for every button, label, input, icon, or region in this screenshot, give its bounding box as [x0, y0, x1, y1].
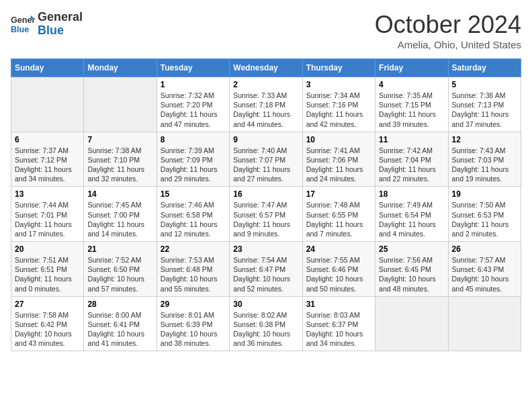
calendar-cell: 19Sunrise: 7:50 AM Sunset: 6:53 PM Dayli…: [448, 187, 521, 242]
day-number: 22: [161, 244, 226, 254]
day-info: Sunrise: 7:42 AM Sunset: 7:04 PM Dayligh…: [379, 146, 444, 184]
week-row: 6Sunrise: 7:37 AM Sunset: 7:12 PM Daylig…: [11, 132, 521, 187]
week-row: 13Sunrise: 7:44 AM Sunset: 7:01 PM Dayli…: [11, 187, 521, 242]
day-number: 7: [87, 135, 152, 144]
title-block: October 2024 Amelia, Ohio, United States: [375, 11, 521, 50]
calendar-cell: 22Sunrise: 7:53 AM Sunset: 6:48 PM Dayli…: [157, 242, 229, 297]
day-header: Sunday: [11, 59, 84, 77]
day-number: 12: [452, 135, 517, 144]
day-number: 6: [15, 135, 80, 144]
calendar-cell: 25Sunrise: 7:56 AM Sunset: 6:45 PM Dayli…: [375, 242, 448, 297]
calendar-body: 1Sunrise: 7:32 AM Sunset: 7:20 PM Daylig…: [11, 77, 521, 351]
day-header: Friday: [375, 59, 448, 77]
week-row: 27Sunrise: 7:58 AM Sunset: 6:42 PM Dayli…: [11, 296, 521, 351]
calendar-cell: 26Sunrise: 7:57 AM Sunset: 6:43 PM Dayli…: [448, 242, 521, 297]
logo-text: General Blue: [38, 11, 83, 38]
day-info: Sunrise: 7:47 AM Sunset: 6:57 PM Dayligh…: [233, 200, 298, 238]
day-number: 10: [306, 135, 371, 144]
calendar-cell: 10Sunrise: 7:41 AM Sunset: 7:06 PM Dayli…: [302, 132, 375, 187]
logo-icon: General Blue: [11, 12, 35, 36]
calendar-cell: 1Sunrise: 7:32 AM Sunset: 7:20 PM Daylig…: [157, 77, 229, 132]
calendar-cell: 14Sunrise: 7:45 AM Sunset: 7:00 PM Dayli…: [84, 187, 157, 242]
logo: General Blue General Blue: [11, 11, 83, 38]
day-info: Sunrise: 7:52 AM Sunset: 6:50 PM Dayligh…: [87, 255, 152, 293]
day-number: 26: [452, 244, 517, 254]
calendar-cell: 31Sunrise: 8:03 AM Sunset: 6:37 PM Dayli…: [302, 296, 375, 351]
day-number: 1: [161, 80, 226, 89]
calendar-cell: 3Sunrise: 7:34 AM Sunset: 7:16 PM Daylig…: [302, 77, 375, 132]
day-number: 3: [306, 80, 371, 89]
page-header: General Blue General Blue October 2024 A…: [11, 11, 521, 50]
day-header: Saturday: [448, 59, 521, 77]
calendar-cell: 20Sunrise: 7:51 AM Sunset: 6:51 PM Dayli…: [11, 242, 84, 297]
day-info: Sunrise: 7:57 AM Sunset: 6:43 PM Dayligh…: [452, 255, 517, 293]
calendar-cell: 21Sunrise: 7:52 AM Sunset: 6:50 PM Dayli…: [84, 242, 157, 297]
day-info: Sunrise: 7:43 AM Sunset: 7:03 PM Dayligh…: [452, 146, 517, 184]
day-info: Sunrise: 7:58 AM Sunset: 6:42 PM Dayligh…: [15, 310, 80, 349]
day-number: 29: [161, 300, 226, 309]
calendar-subtitle: Amelia, Ohio, United States: [375, 39, 521, 50]
day-info: Sunrise: 7:51 AM Sunset: 6:51 PM Dayligh…: [15, 255, 80, 293]
header-row: SundayMondayTuesdayWednesdayThursdayFrid…: [11, 59, 521, 77]
day-info: Sunrise: 8:00 AM Sunset: 6:41 PM Dayligh…: [87, 310, 152, 349]
calendar-cell: 30Sunrise: 8:02 AM Sunset: 6:38 PM Dayli…: [230, 296, 302, 351]
calendar-cell: 2Sunrise: 7:33 AM Sunset: 7:18 PM Daylig…: [230, 77, 302, 132]
calendar-cell: 24Sunrise: 7:55 AM Sunset: 6:46 PM Dayli…: [302, 242, 375, 297]
day-number: 8: [161, 135, 226, 144]
day-info: Sunrise: 7:41 AM Sunset: 7:06 PM Dayligh…: [306, 146, 371, 184]
day-header: Thursday: [302, 59, 375, 77]
day-number: 28: [87, 300, 152, 309]
day-info: Sunrise: 7:44 AM Sunset: 7:01 PM Dayligh…: [15, 200, 80, 238]
day-info: Sunrise: 8:02 AM Sunset: 6:38 PM Dayligh…: [233, 310, 298, 349]
day-info: Sunrise: 7:49 AM Sunset: 6:54 PM Dayligh…: [379, 200, 444, 238]
day-number: 30: [233, 300, 298, 309]
day-number: 9: [233, 135, 298, 144]
calendar-cell: 8Sunrise: 7:39 AM Sunset: 7:09 PM Daylig…: [157, 132, 229, 187]
day-info: Sunrise: 7:39 AM Sunset: 7:09 PM Dayligh…: [161, 146, 226, 184]
svg-text:Blue: Blue: [11, 24, 29, 34]
day-info: Sunrise: 7:32 AM Sunset: 7:20 PM Dayligh…: [161, 91, 226, 129]
day-info: Sunrise: 7:38 AM Sunset: 7:10 PM Dayligh…: [87, 146, 152, 184]
week-row: 20Sunrise: 7:51 AM Sunset: 6:51 PM Dayli…: [11, 242, 521, 297]
day-header: Monday: [84, 59, 157, 77]
calendar-cell: [448, 296, 521, 351]
day-info: Sunrise: 7:56 AM Sunset: 6:45 PM Dayligh…: [379, 255, 444, 293]
day-info: Sunrise: 7:33 AM Sunset: 7:18 PM Dayligh…: [233, 91, 298, 129]
calendar-cell: 28Sunrise: 8:00 AM Sunset: 6:41 PM Dayli…: [84, 296, 157, 351]
day-number: 16: [233, 189, 298, 199]
calendar-title: October 2024: [375, 11, 521, 39]
calendar-cell: 17Sunrise: 7:48 AM Sunset: 6:55 PM Dayli…: [302, 187, 375, 242]
calendar-cell: 12Sunrise: 7:43 AM Sunset: 7:03 PM Dayli…: [448, 132, 521, 187]
day-info: Sunrise: 7:45 AM Sunset: 7:00 PM Dayligh…: [87, 200, 152, 238]
day-number: 17: [306, 189, 371, 199]
calendar-cell: 27Sunrise: 7:58 AM Sunset: 6:42 PM Dayli…: [11, 296, 84, 351]
day-info: Sunrise: 7:40 AM Sunset: 7:07 PM Dayligh…: [233, 146, 298, 184]
day-header: Tuesday: [157, 59, 229, 77]
calendar-cell: 15Sunrise: 7:46 AM Sunset: 6:58 PM Dayli…: [157, 187, 229, 242]
calendar-cell: [375, 296, 448, 351]
day-info: Sunrise: 8:03 AM Sunset: 6:37 PM Dayligh…: [306, 310, 371, 349]
day-number: 20: [15, 244, 80, 254]
day-number: 25: [379, 244, 444, 254]
calendar-cell: 6Sunrise: 7:37 AM Sunset: 7:12 PM Daylig…: [11, 132, 84, 187]
week-row: 1Sunrise: 7:32 AM Sunset: 7:20 PM Daylig…: [11, 77, 521, 132]
day-number: 5: [452, 80, 517, 89]
day-number: 14: [87, 189, 152, 199]
day-number: 23: [233, 244, 298, 254]
day-info: Sunrise: 7:46 AM Sunset: 6:58 PM Dayligh…: [161, 200, 226, 238]
calendar-cell: 29Sunrise: 8:01 AM Sunset: 6:39 PM Dayli…: [157, 296, 229, 351]
day-info: Sunrise: 7:50 AM Sunset: 6:53 PM Dayligh…: [452, 200, 517, 238]
day-info: Sunrise: 7:37 AM Sunset: 7:12 PM Dayligh…: [15, 146, 80, 184]
day-number: 21: [87, 244, 152, 254]
calendar-cell: 5Sunrise: 7:36 AM Sunset: 7:13 PM Daylig…: [448, 77, 521, 132]
day-number: 13: [15, 189, 80, 199]
calendar-cell: 18Sunrise: 7:49 AM Sunset: 6:54 PM Dayli…: [375, 187, 448, 242]
day-number: 11: [379, 135, 444, 144]
day-number: 27: [15, 300, 80, 309]
day-number: 15: [161, 189, 226, 199]
day-number: 2: [233, 80, 298, 89]
calendar-cell: 4Sunrise: 7:35 AM Sunset: 7:15 PM Daylig…: [375, 77, 448, 132]
day-info: Sunrise: 7:34 AM Sunset: 7:16 PM Dayligh…: [306, 91, 371, 129]
day-info: Sunrise: 7:55 AM Sunset: 6:46 PM Dayligh…: [306, 255, 371, 293]
calendar-cell: 13Sunrise: 7:44 AM Sunset: 7:01 PM Dayli…: [11, 187, 84, 242]
